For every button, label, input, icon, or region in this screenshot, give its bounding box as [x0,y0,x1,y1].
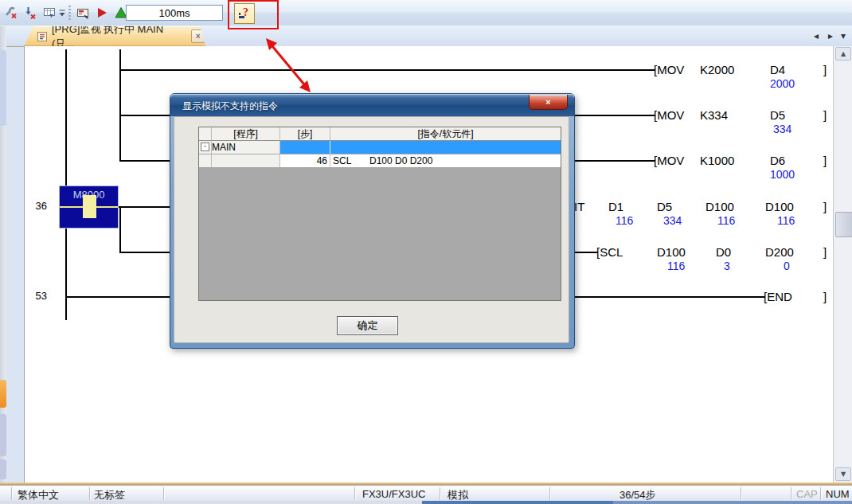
monitor-value: 3 [724,260,730,272]
header-step: [步] [280,127,330,141]
table-header-row: [程序] [步] [指令/软元件] [199,127,561,141]
ladder-wire [574,115,655,116]
monitor-value: 116 [667,260,685,272]
ladder-token: K1000 [700,154,734,167]
instruction-name: SCL [330,154,369,168]
ladder-token: D200 [765,245,794,259]
dialog-unsupported-instructions: 显示模拟不支持的指令 × [程序] [步] [指令/软元件] - MAIN [170,93,575,349]
instruction-cell[interactable]: SCLD100 D0 D200 [330,154,561,168]
expand-cell [199,154,212,168]
expand-cell[interactable]: - [199,141,212,154]
status-separator [741,487,741,500]
ladder-token: [MOV [654,63,684,76]
taskbar-segment [422,501,613,504]
instruction-cell-selected[interactable] [330,141,561,154]
ladder-token: IT [574,200,584,213]
taskbar-segment [0,501,422,504]
vertical-scrollbar[interactable]: ▲ ▼ [833,46,852,483]
ladder-wire [118,206,171,208]
ladder-token: [END [764,290,792,303]
dialog-title: 显示模拟不支持的指令 [182,100,278,113]
ladder-wire [65,49,67,320]
dialog-close-icon[interactable]: × [529,95,568,110]
monitor-value: 334 [663,214,682,227]
unsupported-instruction-table: [程序] [步] [指令/软元件] - MAIN 46 SCLD100 D0 D… [198,127,561,301]
ladder-token: D6 [770,154,785,167]
ok-button[interactable]: 确定 [337,316,398,335]
taskbar-segment [613,501,852,504]
ladder-token: D1 [608,200,623,213]
header-program: [程序] [212,127,280,141]
ladder-token: D4 [770,63,785,76]
collapse-icon[interactable]: - [201,143,209,151]
table-row[interactable]: 46 SCLD100 D0 D200 [199,154,561,168]
dialog-titlebar[interactable]: 显示模拟不支持的指令 × [170,94,574,116]
scrollbar-thumb[interactable] [835,212,852,237]
ladder-token: ] [823,200,827,213]
ladder-token: D0 [716,245,731,259]
step-cell[interactable]: 46 [280,154,330,168]
rung-number: 53 [25,290,47,302]
step-cell-selected[interactable] [280,141,330,154]
ladder-token: D5 [770,108,785,122]
ladder-token: D5 [657,200,672,213]
taskbar-edge [0,501,852,504]
monitor-value: 116 [717,214,735,227]
ladder-token: ] [823,154,827,167]
ladder-token: [SCL [596,245,623,259]
monitor-value: 334 [773,123,791,135]
status-num-lock: NUM [826,488,850,500]
ladder-token: K2000 [700,63,734,76]
status-bar: 繁体中文 无标签 FX3U/FX3UC 模拟 36/54步 CAP NUM [0,485,852,502]
status-caps-lock: CAP [796,488,818,500]
ladder-token: ] [823,245,827,259]
ladder-wire [575,252,598,253]
ladder-token: ] [823,290,827,303]
ladder-wire [574,160,655,162]
monitor-value: 1000 [770,168,795,181]
status-separator [549,487,550,500]
status-separator [440,487,440,500]
ladder-token: [MOV [654,154,684,167]
header-instruction: [指令/软元件] [330,127,561,141]
ladder-wire [120,160,171,162]
rung-number: 36 [25,200,47,212]
ladder-token: [MOV [654,108,684,122]
ladder-wire [120,115,171,116]
ladder-wire [119,49,121,162]
ladder-token: ] [823,63,827,76]
scroll-down-icon[interactable]: ▼ [835,467,851,481]
monitor-value: 116 [616,214,633,227]
ladder-token: K334 [700,108,728,122]
contact-on-indicator [83,195,96,218]
ladder-wire [120,69,655,71]
monitor-value: 2000 [770,77,795,90]
table-row[interactable]: - MAIN [199,141,561,154]
status-separator [820,487,821,500]
ladder-token: D100 [657,245,686,259]
ladder-wire [120,252,171,253]
contact-m8000-cursor[interactable]: M8000 [59,186,119,229]
ladder-wire [119,206,121,253]
application-window: ? [PRG]监视 执行中 MAIN (只... × ◂ ▸ ▾ M8000 [0,0,852,504]
status-separator [89,487,90,500]
dialog-body: [程序] [步] [指令/软元件] - MAIN 46 SCLD100 D0 D… [174,116,569,343]
status-separator [354,487,355,500]
ladder-token: D100 [705,200,734,213]
monitor-value: 116 [777,214,795,227]
ladder-token: ] [823,108,827,122]
program-cell [212,154,280,168]
program-cell[interactable]: MAIN [212,141,280,154]
status-separator [163,487,164,500]
status-separator [11,487,12,500]
status-separator [791,487,791,500]
monitor-value: 0 [784,260,790,272]
ladder-token: D100 [765,200,794,213]
status-plc-type: FX3U/FX3UC [362,488,425,500]
header-blank [199,127,212,141]
scroll-up-icon[interactable]: ▲ [835,47,851,61]
instruction-devices: D100 D0 D200 [369,155,432,166]
